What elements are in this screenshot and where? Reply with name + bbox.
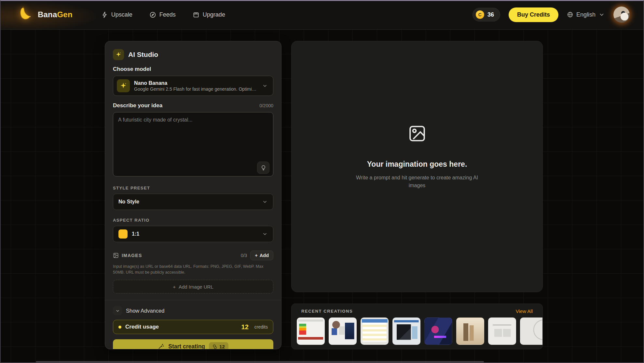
- brand-name: BanaGen: [38, 10, 73, 19]
- thumbnail[interactable]: [456, 318, 484, 345]
- credits-pill[interactable]: C 36: [473, 8, 500, 21]
- images-section-header: IMAGES 0/3 + Add: [113, 251, 273, 260]
- prompt-wrap: [113, 112, 273, 178]
- chevron-down-icon: [598, 11, 605, 18]
- image-placeholder-icon: [408, 124, 427, 144]
- empty-state: Your imagination goes here. Write a prom…: [350, 124, 484, 189]
- nav-label: Upscale: [111, 11, 132, 18]
- nav-label: Upgrade: [203, 11, 225, 18]
- image-icon: [113, 253, 119, 258]
- thumbnail[interactable]: [424, 318, 452, 345]
- style-preset-value: No Style: [118, 199, 258, 205]
- gift-icon: [193, 11, 199, 18]
- aspect-ratio-value: 1:1: [132, 231, 258, 237]
- credit-usage-label: Credit usage: [125, 324, 238, 330]
- style-preset-label: STYLE PRESET: [113, 186, 273, 190]
- ai-studio-panel: AI Studio Choose model Nano Banana Googl…: [105, 41, 281, 349]
- prompt-label: Describe your idea: [113, 102, 162, 109]
- plus-icon: +: [173, 284, 176, 290]
- aspect-ratio-label: ASPECT RATIO: [113, 218, 273, 223]
- thumbnail[interactable]: [488, 318, 516, 345]
- prompt-idea-button[interactable]: [257, 162, 269, 174]
- add-image-button[interactable]: + Add: [250, 251, 273, 260]
- nav-upgrade[interactable]: Upgrade: [193, 11, 225, 18]
- generation-canvas: Your imagination goes here. Write a prom…: [291, 41, 543, 292]
- thumbnail[interactable]: [520, 318, 543, 345]
- chevron-down-icon: [262, 199, 268, 205]
- studio-header: AI Studio: [113, 49, 273, 60]
- prompt-counter: 0/2000: [259, 103, 273, 108]
- nav-label: Feeds: [159, 11, 176, 18]
- start-cost-badge: 12: [209, 342, 228, 349]
- thumbnail[interactable]: [297, 318, 325, 345]
- nav-upscale[interactable]: Upscale: [101, 11, 132, 18]
- images-help-text: Input image(s) as URL or base64 data URL…: [113, 264, 273, 275]
- chevron-down-icon: [262, 83, 268, 89]
- add-image-url-button[interactable]: + Add Image URL: [113, 280, 273, 293]
- coin-icon: C: [476, 10, 484, 19]
- view-all-link[interactable]: View All: [516, 308, 533, 314]
- magic-wand-icon: [158, 343, 164, 349]
- nav-feeds[interactable]: Feeds: [149, 11, 176, 18]
- model-sparkle-icon: [117, 79, 130, 92]
- credit-dot-icon: [118, 326, 121, 329]
- panel-title: AI Studio: [128, 51, 158, 58]
- language-selector[interactable]: English: [567, 11, 605, 18]
- banana-logo-icon: [18, 6, 33, 23]
- aspect-ratio-swatch: [118, 229, 128, 239]
- chevron-down-icon: [262, 231, 268, 237]
- prompt-textarea[interactable]: [113, 112, 273, 176]
- top-navbar: BanaGen Upscale Feeds Upgrade C 36: [0, 0, 644, 30]
- lightning-icon: [101, 11, 108, 18]
- sparkle-icon: [113, 49, 124, 60]
- thumbnail[interactable]: [361, 318, 389, 345]
- brand-logo-home[interactable]: BanaGen: [18, 6, 73, 23]
- images-counter: 0/3: [241, 253, 247, 258]
- plus-icon: +: [255, 253, 257, 258]
- start-creating-button[interactable]: Start creating 12: [113, 339, 273, 349]
- divider: [105, 300, 281, 300]
- model-select[interactable]: Nano Banana Google Gemini 2.5 Flash for …: [113, 76, 273, 96]
- images-label: IMAGES: [113, 253, 142, 258]
- aspect-ratio-select[interactable]: 1:1: [113, 226, 273, 242]
- main-nav: Upscale Feeds Upgrade: [101, 11, 225, 18]
- lightbulb-icon: [260, 165, 267, 171]
- compass-icon: [149, 11, 156, 18]
- thumbnail[interactable]: [392, 318, 420, 345]
- empty-title: Your imagination goes here.: [367, 160, 467, 169]
- credit-usage-unit: credits: [254, 324, 268, 330]
- coins-icon: [212, 344, 217, 349]
- recent-creations-panel: RECENT CREATIONS View All: [291, 304, 543, 349]
- thumbnail[interactable]: [329, 318, 357, 345]
- credits-count: 36: [487, 11, 494, 18]
- model-description: Google Gemini 2.5 Flash for fast image g…: [134, 86, 258, 92]
- credit-usage-value: 12: [241, 323, 249, 331]
- model-texts: Nano Banana Google Gemini 2.5 Flash for …: [134, 80, 258, 92]
- buy-credits-button[interactable]: Buy Credits: [509, 7, 558, 22]
- recent-creations-label: RECENT CREATIONS: [301, 309, 353, 314]
- show-advanced-label: Show Advanced: [126, 308, 164, 314]
- user-avatar[interactable]: [613, 6, 630, 23]
- empty-subtitle: Write a prompt and hit generate to creat…: [350, 174, 484, 189]
- chevron-down-icon: [113, 306, 122, 315]
- images-title: IMAGES: [122, 253, 142, 258]
- model-name: Nano Banana: [134, 80, 258, 86]
- thumbnail-row: [297, 318, 537, 345]
- style-preset-select[interactable]: No Style: [113, 194, 273, 210]
- globe-icon: [567, 11, 573, 18]
- show-advanced-toggle[interactable]: Show Advanced: [113, 306, 273, 315]
- language-label: English: [576, 11, 596, 18]
- credit-usage-bar: Credit usage 12 credits: [113, 320, 273, 334]
- choose-model-label: Choose model: [113, 66, 273, 72]
- header-right: C 36 Buy Credits English: [473, 6, 630, 23]
